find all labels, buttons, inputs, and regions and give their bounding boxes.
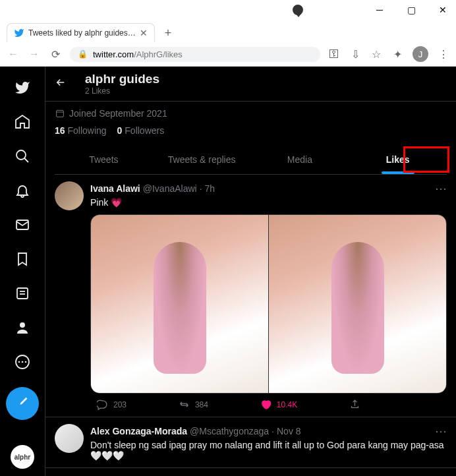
messages-icon[interactable] — [8, 210, 37, 239]
menu-icon[interactable]: ⋮ — [438, 48, 449, 60]
tab-media[interactable]: Media — [251, 145, 349, 174]
media-photo-1[interactable] — [91, 215, 269, 393]
author-handle[interactable]: @Mscathygonzaga — [190, 426, 269, 436]
lock-icon: 🔒 — [78, 49, 88, 59]
svg-line-1 — [24, 158, 28, 162]
tweet-time[interactable]: 7h — [205, 183, 215, 194]
profile-header: alphr guides 2 Likes — [45, 67, 456, 102]
svg-point-9 — [22, 361, 24, 363]
author-name[interactable]: Ivana Alawi — [90, 183, 140, 194]
tab-tweets-replies[interactable]: Tweets & replies — [153, 145, 251, 174]
browser-chrome: ─ ▢ ✕ Tweets liked by alphr guides (@A ✕… — [0, 0, 456, 67]
account-logo[interactable]: alphr — [11, 445, 34, 469]
likes-count: 2 Likes — [85, 86, 159, 96]
back-button[interactable]: ← — [7, 47, 20, 61]
author-handle[interactable]: @IvanaAlawi — [143, 183, 197, 194]
bookmarks-icon[interactable] — [8, 245, 37, 274]
reload-button[interactable]: ⟳ — [49, 47, 62, 61]
following-link[interactable]: 16 Following — [55, 125, 107, 136]
main-content: alphr guides 2 Likes Joined September 20… — [45, 67, 456, 476]
forward-button[interactable]: → — [28, 47, 41, 61]
recording-indicator[interactable] — [293, 5, 303, 15]
tweet-time[interactable]: Nov 8 — [277, 426, 301, 436]
side-navigation: alphr — [0, 67, 45, 476]
twitter-favicon — [14, 28, 24, 38]
tweet-text: Pink 💗 — [90, 197, 447, 208]
home-icon[interactable] — [8, 107, 37, 136]
install-icon[interactable]: ⇩ — [349, 48, 361, 60]
highlight-annotation — [403, 146, 449, 173]
svg-point-0 — [16, 150, 26, 160]
bookmark-star-icon[interactable]: ☆ — [370, 48, 382, 60]
minimize-button[interactable]: ─ — [372, 2, 387, 18]
twitter-app: alphr alphr guides 2 Likes Joined Septem… — [0, 67, 456, 476]
header-text: alphr guides 2 Likes — [85, 72, 159, 96]
tab-title: Tweets liked by alphr guides (@A — [28, 28, 136, 38]
tweet-avatar[interactable] — [55, 424, 84, 453]
extensions-icon[interactable]: ✦ — [391, 48, 403, 60]
tab-bar: Tweets liked by alphr guides (@A ✕ + — [0, 20, 456, 42]
svg-rect-11 — [57, 110, 64, 117]
more-icon[interactable] — [8, 347, 37, 376]
tweet-more-icon[interactable]: ⋯ — [435, 181, 447, 196]
share-button[interactable] — [349, 399, 360, 410]
window-controls: ─ ▢ ✕ — [0, 0, 456, 20]
tweet-avatar[interactable] — [55, 181, 84, 210]
browser-actions: ⚿ ⇩ ☆ ✦ J ⋮ — [328, 46, 449, 62]
key-icon[interactable]: ⚿ — [328, 48, 340, 60]
tweet-text: Don't sleep ng sad ipag pray mo nalang a… — [90, 440, 447, 461]
address-bar-row: ← → ⟳ 🔒 twitter.com/AlphrG/likes ⚿ ⇩ ☆ ✦… — [0, 42, 456, 66]
url-text: twitter.com/AlphrG/likes — [93, 49, 183, 59]
calendar-icon — [55, 108, 65, 119]
like-button[interactable]: 10.4K — [260, 399, 297, 410]
svg-rect-3 — [17, 288, 28, 299]
tweet-header: Ivana Alawi @IvanaAlawi · 7h ⋯ — [90, 181, 447, 196]
address-bar[interactable]: 🔒 twitter.com/AlphrG/likes — [70, 47, 320, 62]
profile-avatar[interactable]: J — [413, 46, 428, 62]
lists-icon[interactable] — [8, 279, 37, 308]
compose-button[interactable] — [6, 387, 39, 420]
tab-close-button[interactable]: ✕ — [140, 28, 148, 38]
tweet-item[interactable]: Ivana Alawi @IvanaAlawi · 7h ⋯ Pink 💗 20… — [45, 175, 456, 417]
tweet-header: Alex Gonzaga-Morada @Mscathygonzaga · No… — [90, 424, 447, 438]
twitter-logo[interactable] — [8, 73, 37, 102]
tweet-body: Ivana Alawi @IvanaAlawi · 7h ⋯ Pink 💗 20… — [90, 181, 447, 410]
browser-tab[interactable]: Tweets liked by alphr guides (@A ✕ — [7, 23, 155, 42]
back-arrow[interactable] — [55, 76, 67, 91]
tweet-body: Alex Gonzaga-Morada @Mscathygonzaga · No… — [90, 424, 447, 461]
new-tab-button[interactable]: + — [159, 24, 177, 42]
tweet-item[interactable]: Alex Gonzaga-Morada @Mscathygonzaga · No… — [45, 417, 456, 468]
svg-point-8 — [18, 361, 20, 363]
search-icon[interactable] — [8, 142, 37, 171]
close-window-button[interactable]: ✕ — [435, 2, 451, 18]
joined-date: Joined September 2021 — [55, 108, 447, 119]
media-photo-2[interactable] — [269, 215, 446, 393]
follow-stats: 16 Following 0 Followers — [55, 125, 447, 136]
author-name[interactable]: Alex Gonzaga-Morada — [90, 426, 187, 436]
tweet-more-icon[interactable]: ⋯ — [435, 424, 447, 438]
reply-button[interactable]: 203 — [97, 399, 127, 410]
tweet-media[interactable] — [90, 214, 447, 394]
svg-point-6 — [20, 322, 25, 328]
tab-tweets[interactable]: Tweets — [55, 145, 153, 174]
tweet-actions: 203 384 10.4K — [90, 394, 367, 410]
profile-name: alphr guides — [85, 72, 159, 86]
profile-icon[interactable] — [8, 313, 37, 342]
profile-meta: Joined September 2021 16 Following 0 Fol… — [45, 102, 456, 175]
svg-point-10 — [25, 361, 27, 363]
maximize-button[interactable]: ▢ — [403, 2, 419, 18]
notifications-icon[interactable] — [8, 176, 37, 205]
profile-tabs: Tweets Tweets & replies Media Likes — [55, 145, 447, 175]
followers-link[interactable]: 0 Followers — [117, 125, 165, 136]
retweet-button[interactable]: 384 — [179, 399, 208, 410]
